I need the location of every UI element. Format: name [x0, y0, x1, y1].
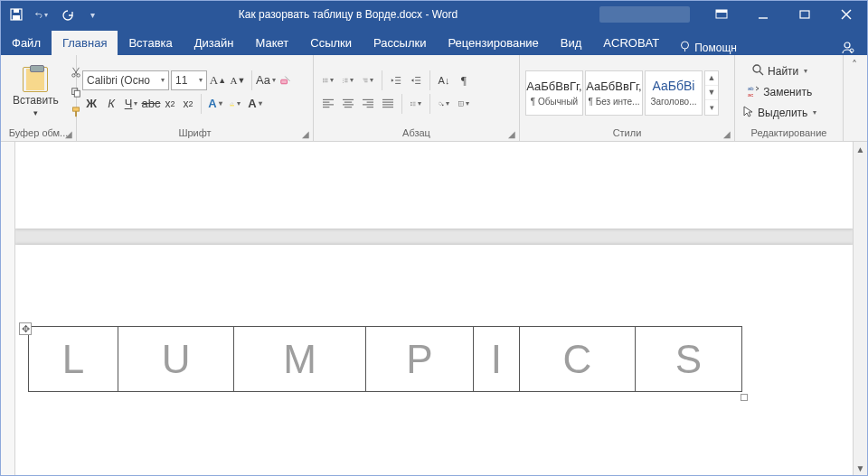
- window-title: Как разорвать таблицу в Ворде.docx - Wor…: [108, 8, 589, 21]
- vertical-scrollbar[interactable]: ▲ ▼: [853, 142, 867, 475]
- maximize-icon[interactable]: [784, 1, 826, 28]
- svg-text:3: 3: [343, 80, 344, 82]
- borders-icon[interactable]: ▾: [455, 95, 473, 113]
- table-cell[interactable]: M: [233, 327, 366, 392]
- style-normal[interactable]: АаБбВвГг, ¶ Обычный: [525, 70, 583, 116]
- share-button[interactable]: [827, 41, 867, 55]
- highlight-icon[interactable]: ▾: [226, 95, 244, 113]
- table-cell[interactable]: S: [635, 327, 741, 392]
- table-cell[interactable]: I: [473, 327, 520, 392]
- select-button[interactable]: Выделить▾: [739, 103, 821, 123]
- numbering-icon[interactable]: 123▾: [339, 71, 357, 89]
- tab-design[interactable]: Дизайн: [184, 31, 245, 55]
- ribbon-tabs: Файл Главная Вставка Дизайн Макет Ссылки…: [1, 28, 867, 55]
- style-sample: АаБбВвГг,: [586, 79, 641, 93]
- style-no-spacing[interactable]: АаБбВвГг, ¶ Без инте...: [585, 70, 643, 116]
- tab-view[interactable]: Вид: [550, 31, 593, 55]
- tab-file[interactable]: Файл: [1, 31, 52, 55]
- underline-button[interactable]: Ч▾: [122, 95, 140, 113]
- tab-home[interactable]: Главная: [52, 31, 118, 55]
- style-name: Заголово...: [646, 97, 701, 107]
- decrease-indent-icon[interactable]: [387, 71, 405, 89]
- qat-customize-icon[interactable]: ▾: [82, 5, 102, 24]
- ribbon-display-options-icon[interactable]: [701, 1, 742, 28]
- dialog-launcher-icon[interactable]: ◢: [723, 129, 731, 139]
- select-label: Выделить: [758, 107, 807, 119]
- replace-icon: abac: [748, 85, 760, 99]
- font-name-combo[interactable]: Calibri (Осно▾: [82, 70, 169, 90]
- gallery-more-icon[interactable]: ▾: [705, 100, 718, 114]
- redo-icon[interactable]: [57, 5, 77, 24]
- change-case-icon[interactable]: Aa▾: [257, 71, 275, 89]
- gallery-up-icon[interactable]: ▲: [705, 71, 718, 86]
- close-icon[interactable]: [826, 1, 867, 28]
- tell-me[interactable]: Помощн: [670, 41, 746, 55]
- subscript-button[interactable]: x2: [162, 95, 178, 113]
- justify-icon[interactable]: [379, 95, 397, 113]
- superscript-button[interactable]: x2: [180, 95, 196, 113]
- align-right-icon[interactable]: [359, 95, 377, 113]
- dialog-launcher-icon[interactable]: ◢: [508, 129, 515, 139]
- gallery-down-icon[interactable]: ▼: [705, 86, 718, 100]
- style-heading1[interactable]: АаБбВі Заголово...: [645, 70, 703, 116]
- content-table[interactable]: L U M P I C S: [28, 326, 742, 392]
- shading-icon[interactable]: ▾: [435, 95, 453, 113]
- paste-button[interactable]: Вставить ▾: [6, 62, 65, 122]
- table-cell[interactable]: L: [29, 327, 118, 392]
- table-resize-handle[interactable]: [741, 394, 748, 401]
- tab-acrobat[interactable]: ACROBAT: [592, 31, 670, 55]
- font-color-icon[interactable]: A▾: [246, 95, 264, 113]
- scroll-up-icon[interactable]: ▲: [854, 142, 867, 156]
- bold-button[interactable]: Ж: [82, 95, 100, 113]
- clear-formatting-icon[interactable]: [277, 71, 295, 89]
- table-move-handle[interactable]: ✥: [19, 322, 32, 335]
- show-marks-icon[interactable]: ¶: [455, 71, 473, 89]
- find-label: Найти: [768, 65, 798, 78]
- replace-button[interactable]: abac Заменить: [739, 82, 821, 102]
- font-size-combo[interactable]: 11▾: [171, 70, 207, 90]
- shrink-font-icon[interactable]: A▼: [229, 71, 247, 89]
- style-sample: АаБбВі: [653, 79, 695, 93]
- grow-font-icon[interactable]: A▲: [209, 71, 227, 89]
- lightbulb-icon: [679, 41, 691, 55]
- svg-point-26: [323, 79, 324, 80]
- font-size-value: 11: [175, 74, 187, 87]
- table-cell[interactable]: U: [118, 327, 234, 392]
- ribbon: Вставить ▾ Буфер обм...◢: [1, 55, 867, 142]
- svg-rect-1: [14, 9, 19, 13]
- minimize-icon[interactable]: [742, 1, 784, 28]
- increase-indent-icon[interactable]: [407, 71, 425, 89]
- dialog-launcher-icon[interactable]: ◢: [302, 129, 309, 139]
- bullets-icon[interactable]: ▾: [319, 71, 337, 89]
- save-icon[interactable]: [6, 5, 26, 24]
- table-cell[interactable]: C: [520, 327, 636, 392]
- tab-review[interactable]: Рецензирование: [437, 31, 549, 55]
- tab-layout[interactable]: Макет: [244, 31, 299, 55]
- dialog-launcher-icon[interactable]: ◢: [65, 129, 72, 139]
- undo-icon[interactable]: ▾: [32, 5, 52, 24]
- document-pages[interactable]: L U M P I C S ✥: [15, 142, 853, 475]
- find-button[interactable]: Найти▾: [739, 61, 821, 81]
- align-left-icon[interactable]: [319, 95, 337, 113]
- word-window: ▾ ▾ Как разорвать таблицу в Ворде.docx -…: [0, 0, 868, 476]
- svg-rect-21: [281, 79, 288, 84]
- align-center-icon[interactable]: [339, 95, 357, 113]
- sort-icon[interactable]: A↓: [435, 71, 453, 89]
- tab-mailings[interactable]: Рассылки: [363, 31, 437, 55]
- tab-insert[interactable]: Вставка: [118, 31, 183, 55]
- scroll-track[interactable]: [854, 156, 867, 461]
- italic-button[interactable]: К: [102, 95, 120, 113]
- tab-references[interactable]: Ссылки: [299, 31, 363, 55]
- group-font-label: Шрифт: [178, 127, 211, 138]
- svg-line-70: [760, 71, 763, 75]
- line-spacing-icon[interactable]: ▾: [407, 95, 425, 113]
- table-cell[interactable]: P: [366, 327, 473, 392]
- multilevel-list-icon[interactable]: ▾: [359, 71, 377, 89]
- text-effects-icon[interactable]: A▾: [206, 95, 224, 113]
- svg-rect-23: [230, 105, 234, 106]
- tell-me-label: Помощн: [694, 42, 737, 54]
- strikethrough-button[interactable]: abc: [142, 95, 160, 113]
- account-area[interactable]: [599, 6, 690, 23]
- scroll-down-icon[interactable]: ▼: [854, 461, 867, 475]
- collapse-ribbon-icon[interactable]: ˄: [844, 55, 865, 141]
